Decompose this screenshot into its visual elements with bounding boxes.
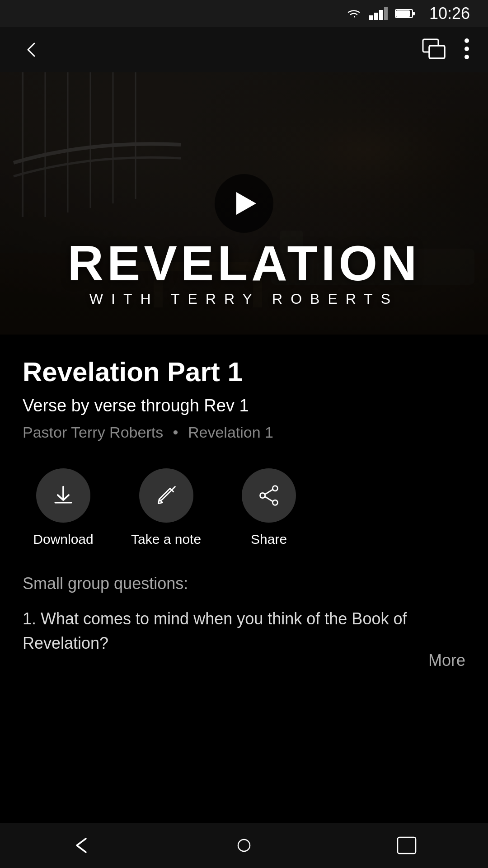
svg-point-8: [465, 55, 469, 59]
svg-point-23: [272, 486, 277, 491]
svg-point-28: [238, 840, 250, 851]
nav-home-icon: [237, 839, 251, 852]
share-icon: [258, 484, 280, 507]
svg-rect-29: [398, 837, 416, 854]
back-arrow-icon: [23, 41, 41, 59]
svg-point-6: [465, 38, 469, 43]
nav-back-icon: [70, 834, 93, 857]
nav-recent-button[interactable]: [391, 830, 422, 861]
video-show-subtitle: WITH TERRY ROBERTS: [0, 291, 488, 307]
note-circle: [139, 468, 193, 523]
note-label: Take a note: [131, 532, 201, 547]
svg-point-25: [272, 500, 277, 505]
svg-point-24: [260, 493, 265, 498]
video-title-overlay: REVELATION WITH TERRY ROBERTS: [0, 238, 488, 307]
separator: •: [173, 424, 178, 441]
question-text: 1. What comes to mind when you think of …: [23, 607, 465, 656]
svg-line-26: [265, 490, 273, 494]
sermon-title: Revelation Part 1: [23, 357, 465, 387]
question-content: 1. What comes to mind when you think of …: [23, 609, 407, 652]
video-container: REVELATION WITH TERRY ROBERTS: [0, 72, 488, 335]
more-button[interactable]: More: [428, 651, 465, 670]
sermon-subtitle: Verse by verse through Rev 1: [23, 396, 465, 415]
more-options-button[interactable]: [464, 38, 470, 62]
play-button[interactable]: [215, 174, 273, 233]
download-label: Download: [33, 532, 93, 547]
sermon-meta: Pastor Terry Roberts • Revelation 1: [23, 424, 465, 441]
svg-line-27: [265, 497, 273, 501]
nav-recent-icon: [397, 836, 417, 854]
status-time: 10:26: [429, 4, 470, 23]
svg-rect-1: [396, 10, 410, 17]
note-pencil-icon: [155, 484, 178, 507]
video-background: REVELATION WITH TERRY ROBERTS: [0, 72, 488, 335]
back-button[interactable]: [18, 36, 45, 63]
svg-rect-4: [429, 46, 445, 58]
bottom-navigation: [0, 823, 488, 868]
chat-button[interactable]: [422, 38, 446, 61]
top-nav: [0, 27, 488, 72]
signal-icon: [369, 7, 388, 20]
share-action[interactable]: Share: [237, 468, 300, 547]
wifi-icon: [346, 8, 362, 19]
download-action[interactable]: Download: [32, 468, 95, 547]
svg-point-7: [465, 47, 469, 51]
play-triangle-icon: [236, 192, 256, 215]
more-options-icon: [464, 38, 470, 60]
question-block: 1. What comes to mind when you think of …: [23, 607, 465, 656]
svg-rect-2: [413, 12, 415, 15]
share-circle: [242, 468, 296, 523]
status-icons: [346, 7, 416, 20]
nav-home-button[interactable]: [228, 830, 260, 861]
action-buttons-row: Download Take a note: [23, 468, 465, 547]
share-label: Share: [251, 532, 287, 547]
nav-back-button[interactable]: [66, 830, 97, 861]
status-bar: 10:26: [0, 0, 488, 27]
sermon-pastor: Pastor Terry Roberts: [23, 424, 163, 441]
chat-icon: [422, 38, 446, 59]
nav-right-icons: [422, 38, 470, 62]
battery-icon: [395, 8, 416, 19]
take-note-action[interactable]: Take a note: [131, 468, 201, 547]
sermon-series: Revelation 1: [188, 424, 273, 441]
download-circle: [36, 468, 90, 523]
section-label: Small group questions:: [23, 574, 465, 593]
video-show-title: REVELATION: [0, 238, 488, 288]
content-area: Revelation Part 1 Verse by verse through…: [0, 335, 488, 823]
download-icon: [52, 484, 75, 507]
